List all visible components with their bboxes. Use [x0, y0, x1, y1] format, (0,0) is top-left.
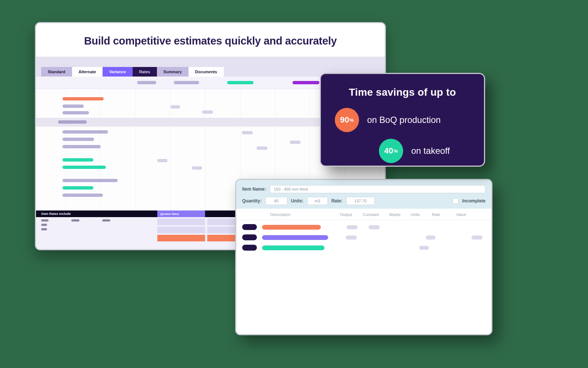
quoted-value-header: Quoted Value	[157, 210, 205, 217]
item-name-label: Item Name:	[242, 187, 266, 192]
detail-row[interactable]	[242, 223, 485, 231]
row-bar	[62, 194, 103, 197]
col-placeholder	[174, 81, 199, 84]
col-description: Description	[270, 212, 340, 217]
time-savings-card: Time savings of up to 90% on BoQ product…	[320, 73, 485, 167]
row-bar	[62, 186, 93, 190]
stat-badge-40: 40%	[379, 139, 403, 163]
footer-stub	[102, 219, 110, 222]
row-stub	[192, 166, 202, 170]
col-placeholder	[227, 81, 254, 84]
col-output: Output	[340, 212, 363, 217]
units-field[interactable]: m3	[307, 197, 328, 205]
footer-cell	[157, 227, 205, 233]
row-bar	[58, 120, 87, 124]
row-stub	[369, 225, 380, 229]
row-stub	[290, 141, 301, 144]
row-bar	[62, 111, 89, 114]
stat-label-boq: on BoQ production	[367, 115, 441, 125]
rate-label: Rate:	[331, 198, 343, 204]
page-title: Build competitive estimates quickly and …	[36, 23, 385, 57]
col-waste: Waste	[389, 212, 410, 217]
item-name-field[interactable]: 150 - 450 mm thick	[270, 185, 485, 193]
row-stub	[157, 159, 168, 162]
col-rate: Rate	[432, 212, 456, 217]
row-stub	[472, 236, 483, 240]
row-desc-bar	[262, 245, 325, 250]
tab-summary[interactable]: Summary	[157, 67, 189, 77]
col-units: Units	[410, 212, 432, 217]
own-rates-label: Own Rates Include	[41, 212, 71, 216]
row-stub	[242, 131, 253, 134]
footer-cell	[157, 235, 205, 241]
row-bar	[62, 166, 106, 169]
col-value: Value	[456, 212, 478, 217]
row-bar	[62, 138, 94, 141]
row-stub	[171, 105, 180, 109]
rate-field[interactable]: 137.75	[346, 197, 375, 205]
row-desc-bar	[262, 225, 321, 230]
tab-alternate[interactable]: Alternate	[72, 67, 103, 77]
tab-standard[interactable]: Standard	[41, 67, 72, 77]
footer-stub	[71, 219, 79, 222]
incomplete-label: Incomplete	[462, 198, 485, 204]
row-bar	[62, 179, 118, 182]
detail-rows	[236, 220, 491, 257]
footer-stub	[41, 228, 47, 230]
col-constant: Constant	[363, 212, 389, 217]
row-stub	[346, 236, 357, 240]
row-bar	[62, 105, 84, 108]
item-detail-panel: Item Name: 150 - 450 mm thick Quantity: …	[235, 179, 492, 335]
stat-row-takeoff: 40% on takeoff	[379, 139, 470, 163]
row-bar	[62, 130, 108, 134]
stat-row-boq: 90% on BoQ production	[335, 108, 470, 132]
row-stub	[347, 225, 358, 229]
col-placeholder	[293, 81, 319, 84]
tab-documents[interactable]: Documents	[189, 67, 224, 77]
incomplete-checkbox[interactable]	[453, 198, 459, 204]
footer-cell	[157, 219, 205, 225]
stat-label-takeoff: on takeoff	[411, 146, 450, 156]
detail-row[interactable]	[242, 244, 485, 252]
footer-stub	[41, 219, 49, 222]
quantity-field[interactable]: 45	[265, 197, 287, 205]
row-stub	[202, 110, 213, 114]
row-tag-icon	[242, 224, 257, 230]
row-bar	[62, 97, 104, 100]
quantity-label: Quantity:	[242, 198, 262, 204]
detail-column-headers: Description Output Constant Waste Units …	[236, 209, 491, 220]
units-label: Units:	[291, 198, 304, 204]
row-tag-icon	[242, 245, 257, 251]
tab-variance[interactable]: Variance	[103, 67, 132, 77]
tab-rates[interactable]: Rates	[133, 67, 157, 77]
row-bar	[62, 158, 93, 162]
row-stub	[426, 236, 435, 240]
stat-badge-90: 90%	[335, 108, 359, 132]
row-desc-bar	[262, 235, 328, 240]
col-placeholder	[137, 81, 156, 84]
row-stub	[419, 246, 429, 250]
detail-row[interactable]	[242, 233, 485, 241]
footer-stub	[41, 224, 47, 226]
row-stub	[257, 146, 268, 150]
detail-header: Item Name: 150 - 450 mm thick Quantity: …	[236, 180, 491, 209]
stat-title: Time savings of up to	[335, 86, 470, 98]
row-bar	[62, 145, 101, 148]
row-tag-icon	[242, 234, 257, 240]
